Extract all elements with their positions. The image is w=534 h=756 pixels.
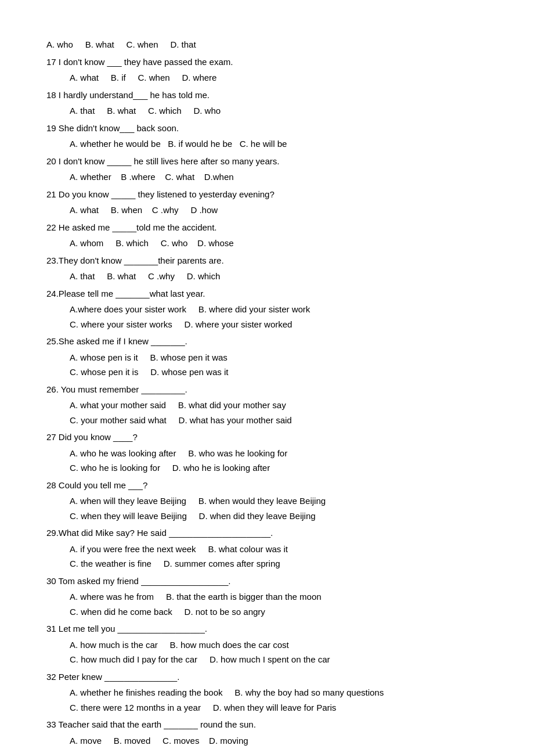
q24: 24.Please tell me _______what last year. [46, 286, 488, 301]
q27-options-row2: C. who he is looking for D. who he is lo… [70, 460, 488, 476]
q24-options-cd: C. where your sister works D. where your… [70, 319, 292, 329]
q24-options-ab: A.where does your sister work B. where d… [70, 304, 310, 314]
q25-options-row2: C. whose pen it is D. whose pen was it [70, 365, 488, 380]
q29-options-row2: C. the weather is fine D. summer comes a… [70, 556, 488, 571]
q33-options: A. move B. moved C. moves D. moving [70, 733, 488, 748]
q32-options-ab: A. whether he finishes reading the book … [70, 687, 384, 697]
q26-options-row1: A. what your mother said B. what did you… [70, 398, 488, 413]
q28-text: 28 Could you tell me ___? [46, 480, 147, 490]
q18-text: 18 I hardly understand___ he has told me… [46, 90, 210, 100]
q29-options-ab: A. if you were free the next week B. wha… [70, 544, 288, 554]
q32-text: 32 Peter knew _______________. [46, 672, 179, 682]
q20-text: 20 I don't know _____ he still lives her… [46, 156, 279, 166]
q30-options-ab: A. where was he from B. that the earth i… [70, 592, 322, 602]
q23-options: A. that B. what C .why D. which [70, 269, 488, 284]
q28-options-cd: C. when they will leave Beijing D. when … [70, 511, 316, 521]
q31-options-cd: C. how much did I pay for the car D. how… [70, 654, 330, 664]
q16-options-text: A. who B. what C. when D. that [46, 39, 196, 49]
q17-text: 17 I don't know ___ they have passed the… [46, 57, 233, 67]
q28-options-row1: A. when will they leave Beijing B. when … [70, 494, 488, 509]
q23-options-text: A. that B. what C .why D. which [70, 271, 220, 281]
q21-text: 21 Do you know _____ they listened to ye… [46, 189, 275, 199]
q21-options: A. what B. when C .why D .how [70, 203, 488, 218]
q31: 31 Let me tell you __________________. [46, 621, 488, 636]
q33-text: 33 Teacher said that the earth _______ r… [46, 719, 256, 729]
q28-options-ab: A. when will they leave Beijing B. when … [70, 496, 326, 506]
q17-options-text: A. what B. if C. when D. where [70, 73, 217, 82]
worksheet: A. who B. what C. when D. that 17 I don'… [46, 37, 488, 748]
q26-options-cd: C. your mother said what D. what has you… [70, 415, 292, 425]
q28-options-row2: C. when they will leave Beijing D. when … [70, 509, 488, 524]
q22-options: A. whom B. which C. who D. whose [70, 236, 488, 251]
q18-options-text: A. that B. what C. which D. who [70, 106, 221, 116]
q30: 30 Tom asked my friend _________________… [46, 574, 488, 589]
q19-text: 19 She didn't know___ back soon. [46, 123, 179, 133]
q27: 27 Did you know ____? [46, 430, 488, 445]
q27-options-cd: C. who he is looking for D. who he is lo… [70, 463, 270, 473]
q30-options-row2: C. when did he come back D. not to be so… [70, 604, 488, 620]
q30-options-cd: C. when did he come back D. not to be so… [70, 607, 265, 617]
q25-options-ab: A. whose pen is it B. whose pen it was [70, 352, 228, 362]
q22-text: 22 He asked me _____told me the accident… [46, 222, 217, 232]
q26-text: 26. You must remember _________. [46, 384, 187, 394]
q33: 33 Teacher said that the earth _______ r… [46, 717, 488, 732]
q26: 26. You must remember _________. [46, 382, 488, 397]
q31-text: 31 Let me tell you __________________. [46, 624, 207, 633]
q25-text: 25.She asked me if I knew _______. [46, 336, 187, 346]
q22-options-text: A. whom B. which C. who D. whose [70, 238, 234, 248]
q20-options-text: A. whether B .where C. what D.when [70, 172, 234, 182]
q23: 23.They don't know _______their parents … [46, 253, 488, 268]
q32-options-row2: C. there were 12 months in a year D. whe… [70, 700, 488, 715]
q19-options-text: A. whether he would be B. if would he be… [70, 139, 287, 149]
q23-text: 23.They don't know _______their parents … [46, 255, 224, 265]
q29: 29.What did Mike say? He said __________… [46, 525, 488, 541]
q27-options-ab: A. who he was looking after B. who was h… [70, 448, 287, 458]
q27-options-row1: A. who he was looking after B. who was h… [70, 446, 488, 461]
q21: 21 Do you know _____ they listened to ye… [46, 187, 488, 202]
q33-options-text: A. move B. moved C. moves D. moving [70, 736, 248, 746]
q20: 20 I don't know _____ he still lives her… [46, 154, 488, 169]
q32: 32 Peter knew _______________. [46, 669, 488, 685]
q25-options-row1: A. whose pen is it B. whose pen it was [70, 350, 488, 365]
q16-options: A. who B. what C. when D. that [46, 37, 488, 52]
q24-text: 24.Please tell me _______what last year. [46, 289, 205, 298]
q32-options-cd: C. there were 12 months in a year D. whe… [70, 703, 336, 712]
q28: 28 Could you tell me ___? [46, 478, 488, 493]
q19: 19 She didn't know___ back soon. [46, 121, 488, 136]
q19-options: A. whether he would be B. if would he be… [70, 136, 488, 152]
q29-options-row1: A. if you were free the next week B. wha… [70, 542, 488, 557]
q26-options-row2: C. your mother said what D. what has you… [70, 413, 488, 428]
q31-options-row2: C. how much did I pay for the car D. how… [70, 652, 488, 667]
q31-options-ab: A. how much is the car B. how much does … [70, 640, 289, 650]
q29-text: 29.What did Mike say? He said __________… [46, 528, 273, 538]
q27-text: 27 Did you know ____? [46, 432, 138, 442]
q22: 22 He asked me _____told me the accident… [46, 220, 488, 235]
q20-options: A. whether B .where C. what D.when [70, 170, 488, 185]
q32-options-row1: A. whether he finishes reading the book … [70, 685, 488, 700]
q29-options-cd: C. the weather is fine D. summer comes a… [70, 559, 280, 568]
q25: 25.She asked me if I knew _______. [46, 334, 488, 349]
q24-options-row1: A.where does your sister work B. where d… [70, 302, 488, 317]
q30-options-row1: A. where was he from B. that the earth i… [70, 589, 488, 604]
q24-options-row2: C. where your sister works D. where your… [70, 317, 488, 332]
q26-options-ab: A. what your mother said B. what did you… [70, 400, 286, 410]
q17-options: A. what B. if C. when D. where [70, 70, 488, 85]
q30-text: 30 Tom asked my friend _________________… [46, 576, 230, 586]
q31-options-row1: A. how much is the car B. how much does … [70, 638, 488, 653]
q17: 17 I don't know ___ they have passed the… [46, 55, 488, 70]
q18: 18 I hardly understand___ he has told me… [46, 88, 488, 103]
q18-options: A. that B. what C. which D. who [70, 103, 488, 118]
q21-options-text: A. what B. when C .why D .how [70, 205, 218, 215]
q25-options-cd: C. whose pen it is D. whose pen was it [70, 367, 228, 377]
